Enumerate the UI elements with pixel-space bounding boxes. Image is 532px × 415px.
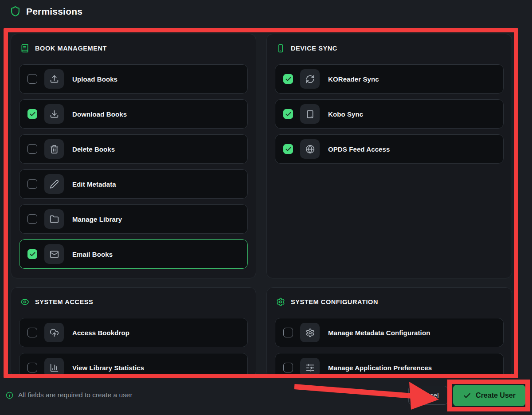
check-icon xyxy=(29,251,36,258)
permission-row-manage-application-preferences[interactable]: Manage Application Preferences xyxy=(275,353,504,378)
permission-label: Email Books xyxy=(72,251,113,258)
cloud-upload-icon xyxy=(44,323,64,342)
footer-note: All fields are required to create a user xyxy=(6,378,133,412)
cancel-button-label: Cancel xyxy=(417,392,438,399)
folder-icon xyxy=(44,209,64,229)
check-icon xyxy=(29,111,36,117)
permission-label: OPDS Feed Access xyxy=(328,145,390,153)
permission-label: View Library Statistics xyxy=(72,364,144,372)
section-system-access: SYSTEM ACCESS Access Bookdrop View Libra… xyxy=(11,287,256,378)
permission-label: Edit Metadata xyxy=(72,180,116,188)
email-books-checkbox[interactable] xyxy=(27,249,37,259)
permission-row-upload-books[interactable]: Upload Books xyxy=(19,64,248,94)
view-library-statistics-checkbox[interactable] xyxy=(27,363,37,372)
download-books-checkbox[interactable] xyxy=(27,109,37,119)
permission-label: Kobo Sync xyxy=(328,110,363,118)
gear-icon xyxy=(276,298,285,306)
permission-row-edit-metadata[interactable]: Edit Metadata xyxy=(19,169,248,199)
manage-application-preferences-checkbox[interactable] xyxy=(283,363,293,372)
permission-label: Upload Books xyxy=(72,75,117,83)
section-title: DEVICE SYNC xyxy=(291,45,337,52)
permission-row-manage-metadata-configuration[interactable]: Manage Metadata Configuration xyxy=(275,318,504,347)
permission-row-delete-books[interactable]: Delete Books xyxy=(19,134,248,164)
permission-row-view-library-statistics[interactable]: View Library Statistics xyxy=(19,353,248,378)
cancel-button[interactable]: Cancel xyxy=(408,386,448,405)
book-icon xyxy=(20,44,29,53)
check-icon xyxy=(463,392,471,400)
manage-library-checkbox[interactable] xyxy=(27,214,37,224)
permission-row-access-bookdrop[interactable]: Access Bookdrop xyxy=(19,318,248,347)
permission-label: Manage Application Preferences xyxy=(328,364,432,372)
permission-row-koreader-sync[interactable]: KOReader Sync xyxy=(275,64,504,94)
tablet-icon xyxy=(300,104,320,124)
check-icon xyxy=(285,76,292,82)
globe-icon xyxy=(300,139,320,159)
permission-row-manage-library[interactable]: Manage Library xyxy=(19,204,248,234)
permission-label: Access Bookdrop xyxy=(72,329,129,337)
section-device-sync: DEVICE SYNC KOReader Sync Kobo Sync OPDS… xyxy=(266,34,512,278)
permission-label: Delete Books xyxy=(72,145,115,153)
koreader-sync-checkbox[interactable] xyxy=(283,74,293,84)
upload-icon xyxy=(44,69,64,89)
info-icon xyxy=(6,392,13,399)
permission-label: KOReader Sync xyxy=(328,75,379,83)
smartphone-icon xyxy=(276,44,285,53)
shield-icon xyxy=(10,6,21,17)
access-bookdrop-checkbox[interactable] xyxy=(27,328,37,337)
delete-books-checkbox[interactable] xyxy=(27,144,37,154)
section-header: BOOK MANAGEMENT xyxy=(20,44,248,53)
section-book-management: BOOK MANAGEMENT Upload Books Download Bo… xyxy=(11,34,256,278)
permission-row-kobo-sync[interactable]: Kobo Sync xyxy=(275,99,504,129)
manage-metadata-configuration-checkbox[interactable] xyxy=(283,328,293,337)
trash-icon xyxy=(44,139,64,159)
footer-note-text: All fields are required to create a user xyxy=(18,391,133,399)
edit-metadata-checkbox[interactable] xyxy=(27,179,37,189)
footer-bar: All fields are required to create a user… xyxy=(0,378,532,415)
section-title: SYSTEM ACCESS xyxy=(35,298,93,305)
download-icon xyxy=(44,104,64,124)
create-user-button-label: Create User xyxy=(476,392,516,399)
section-system-configuration: SYSTEM CONFIGURATION Manage Metadata Con… xyxy=(266,287,512,378)
section-header: SYSTEM ACCESS xyxy=(20,298,248,306)
permission-label: Manage Metadata Configuration xyxy=(328,329,430,337)
section-header: SYSTEM CONFIGURATION xyxy=(276,298,504,306)
upload-books-checkbox[interactable] xyxy=(27,74,37,84)
kobo-sync-checkbox[interactable] xyxy=(283,109,293,119)
opds-feed-checkbox[interactable] xyxy=(283,144,293,154)
check-icon xyxy=(285,146,292,153)
permission-row-download-books[interactable]: Download Books xyxy=(19,99,248,129)
pencil-icon xyxy=(44,174,64,194)
eye-icon xyxy=(20,298,29,306)
section-title: BOOK MANAGEMENT xyxy=(35,45,107,52)
permission-label: Download Books xyxy=(72,110,127,118)
sync-icon xyxy=(300,69,320,89)
page-title: Permissions xyxy=(26,6,82,17)
section-header: DEVICE SYNC xyxy=(276,44,504,53)
create-user-button[interactable]: Create User xyxy=(453,385,525,406)
page-header: Permissions xyxy=(10,6,82,17)
sliders-icon xyxy=(300,358,320,377)
check-icon xyxy=(285,111,292,117)
gear-icon xyxy=(300,323,320,342)
section-title: SYSTEM CONFIGURATION xyxy=(291,298,378,305)
permissions-grid: BOOK MANAGEMENT Upload Books Download Bo… xyxy=(11,34,512,378)
permission-row-email-books[interactable]: Email Books xyxy=(19,239,248,269)
permission-row-opds-feed-access[interactable]: OPDS Feed Access xyxy=(275,134,504,164)
mail-icon xyxy=(44,244,64,264)
bar-chart-icon xyxy=(44,358,64,377)
permission-label: Manage Library xyxy=(72,215,122,223)
